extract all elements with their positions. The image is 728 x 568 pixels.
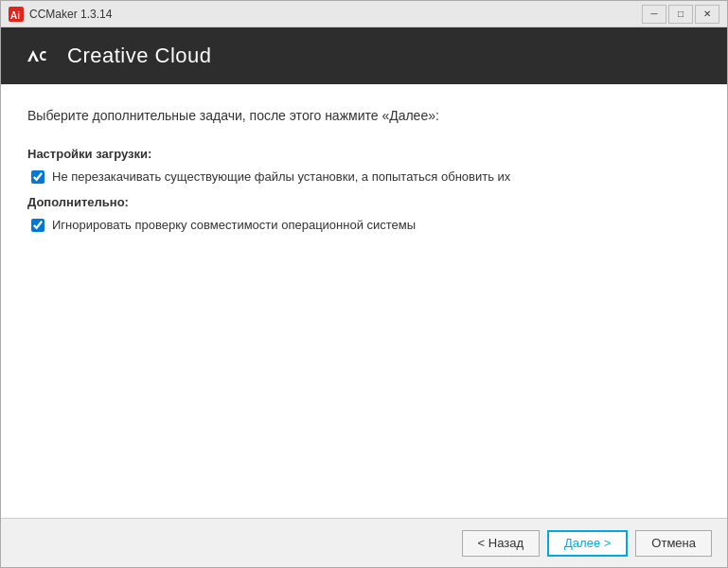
svg-text:Ai: Ai: [10, 10, 20, 21]
additional-label: Дополнительно:: [27, 195, 701, 209]
checkbox-no-redownload[interactable]: [31, 170, 44, 184]
maximize-button[interactable]: □: [668, 5, 693, 24]
next-button[interactable]: Далее >: [547, 530, 628, 557]
main-window: Ai CCMaker 1.3.14 ─ □ ✕ Creative Cloud В…: [0, 0, 728, 568]
additional-section: Дополнительно: Игнорировать проверку сов…: [27, 195, 701, 234]
svg-point-2: [20, 39, 54, 73]
adobe-logo-icon: [20, 39, 54, 73]
header-title: Creative Cloud: [67, 44, 212, 68]
app-icon: Ai: [9, 7, 24, 22]
checkbox-row-1: Не перезакачивать существующие файлы уст…: [31, 169, 701, 186]
window-controls: ─ □ ✕: [642, 5, 719, 24]
app-title: CCMaker 1.3.14: [29, 8, 112, 21]
back-button[interactable]: < Назад: [462, 530, 540, 557]
checkbox-ignore-compatibility[interactable]: [31, 219, 44, 232]
instruction-text: Выберите дополнительные задачи, после эт…: [27, 107, 701, 126]
main-content: Выберите дополнительные задачи, после эт…: [1, 84, 727, 518]
footer: < Назад Далее > Отмена: [1, 518, 727, 567]
cancel-button[interactable]: Отмена: [635, 530, 712, 557]
title-bar: Ai CCMaker 1.3.14 ─ □ ✕: [1, 1, 727, 27]
header-band: Creative Cloud: [1, 27, 727, 84]
checkbox-no-redownload-label[interactable]: Не перезакачивать существующие файлы уст…: [52, 169, 510, 186]
checkbox-ignore-compatibility-label[interactable]: Игнорировать проверку совместимости опер…: [52, 217, 416, 234]
title-bar-left: Ai CCMaker 1.3.14: [9, 7, 112, 22]
close-button[interactable]: ✕: [695, 5, 719, 24]
download-settings-label: Настройки загрузки:: [27, 147, 701, 161]
minimize-button[interactable]: ─: [642, 5, 666, 24]
checkbox-row-2: Игнорировать проверку совместимости опер…: [31, 217, 701, 234]
